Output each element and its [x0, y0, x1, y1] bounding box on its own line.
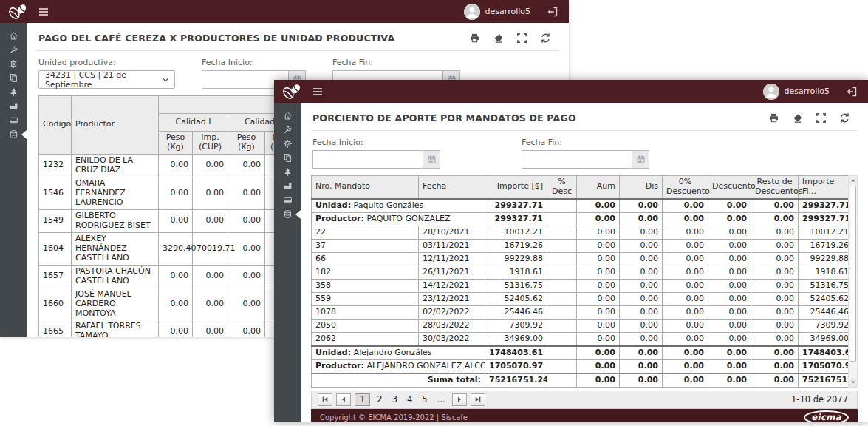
cell: Suma total: — [312, 373, 485, 387]
unidad-select[interactable]: 34231 | CCS | 21 de Septiembre — [38, 70, 175, 89]
cell: 0.00 — [193, 154, 228, 177]
sidebar-item-documents[interactable] — [0, 71, 27, 85]
cell: 0.00 — [620, 266, 663, 279]
print-button[interactable] — [768, 112, 779, 124]
cell: 0.00 — [751, 319, 799, 332]
sidebar-item-settings[interactable] — [0, 57, 27, 71]
cell: 0.00 — [228, 154, 265, 177]
page-number[interactable]: 4 — [404, 394, 415, 405]
clear-button[interactable] — [493, 33, 504, 44]
fecha-inicio-calendar-button[interactable] — [423, 150, 440, 169]
prod-row: Productor: PAQUITO GONZALEZ299327.710.00… — [312, 212, 853, 226]
cell: 14/12/2021 — [419, 279, 485, 292]
scrollbar-thumb[interactable] — [850, 186, 856, 362]
sidebar-item-tools[interactable] — [274, 123, 301, 137]
cell: 1660 — [39, 288, 72, 320]
page-number[interactable]: 3 — [389, 394, 400, 405]
cell: 182 — [312, 266, 419, 279]
cell: 16719.26 — [799, 239, 853, 252]
fullscreen-button[interactable] — [516, 33, 527, 44]
column-header-imp-1[interactable]: Imp. (CUP) — [193, 132, 228, 155]
column-header-codigo[interactable]: Código — [39, 96, 72, 155]
prev-page-icon — [340, 396, 347, 403]
sidebar-item-services[interactable] — [0, 127, 27, 141]
cell: 0.00 — [663, 252, 708, 266]
column-header-fecha[interactable]: Fecha — [419, 176, 485, 199]
cell: JOSÉ MANUEL CARDERO MONTOYA — [72, 288, 159, 320]
column-header-peso-1[interactable]: Peso (Kg) — [159, 132, 193, 155]
logout-icon[interactable] — [547, 6, 558, 18]
cell: 0.00 — [577, 252, 620, 266]
page-number[interactable]: 2 — [374, 394, 385, 405]
first-page-button[interactable] — [318, 393, 332, 406]
fecha-fin-input[interactable] — [522, 150, 632, 169]
column-header-descuento[interactable]: Descuento — [708, 176, 751, 199]
sidebar-item-industry[interactable] — [274, 179, 301, 193]
cell: 0.00 — [663, 373, 708, 387]
column-header-productor[interactable]: Productor — [72, 96, 159, 155]
next-page-button[interactable] — [452, 393, 467, 406]
scroll-down-button[interactable] — [849, 378, 857, 387]
cell: ENILDO DE LA CRUZ DIAZ — [72, 154, 159, 177]
fecha-fin-label: Fecha Fin: — [332, 58, 460, 67]
scrollbar-track[interactable] — [849, 185, 857, 378]
cell: 0.00 — [620, 212, 663, 226]
cell: 0.00 — [663, 359, 708, 373]
column-header-nro-mandato[interactable]: Nro. Mandato — [312, 176, 419, 199]
cell: 0.00 — [620, 226, 663, 239]
sidebar-item-tree[interactable] — [0, 85, 27, 99]
sidebar-item-home[interactable] — [0, 29, 27, 43]
avatar[interactable] — [763, 84, 779, 100]
fecha-fin-calendar-button[interactable] — [632, 150, 649, 169]
column-header-aum[interactable]: Aum — [577, 176, 620, 199]
cell: 0.00 — [159, 288, 193, 320]
cell: 0.00 — [620, 252, 663, 266]
home-icon — [283, 111, 293, 121]
menu-icon[interactable] — [312, 86, 324, 98]
page-number[interactable]: 5 — [419, 394, 430, 405]
refresh-button[interactable] — [839, 112, 850, 124]
sidebar-item-payments[interactable] — [0, 113, 27, 127]
sidebar-item-documents[interactable] — [274, 151, 301, 165]
print-button[interactable] — [469, 33, 480, 44]
unidad-label: Unidad productiva: — [38, 58, 175, 67]
table-row: 1604ALEXEY HERNÁNDEZ CASTELLANO3290.4070… — [39, 232, 299, 265]
cell: 51316.75 — [799, 279, 853, 292]
username[interactable]: desarrollo5 — [785, 87, 830, 96]
cell: 0.00 — [751, 359, 799, 373]
cell: 0.00 — [663, 239, 708, 252]
scroll-up-button[interactable] — [849, 176, 857, 185]
table-row: 1549GILBERTO RODRIGUEZ BISET0.000.000.00 — [39, 209, 299, 232]
sidebar-item-industry[interactable] — [0, 99, 27, 113]
prev-page-button[interactable] — [336, 393, 351, 406]
sidebar-item-settings[interactable] — [274, 137, 301, 151]
clear-button[interactable] — [792, 112, 803, 124]
table-row: 1665RAFAEL TORRES TAMAYO0.000.000.00 — [39, 320, 299, 337]
cell: Productor: ALEJANDRO GONZALEZ ALCOLEA — [312, 359, 485, 373]
column-header-dis[interactable]: Dis — [620, 176, 663, 199]
fecha-inicio-input[interactable] — [312, 150, 423, 169]
page-number-current[interactable]: 1 — [355, 393, 370, 406]
menu-icon[interactable] — [38, 6, 49, 18]
refresh-button[interactable] — [540, 33, 551, 44]
refresh-icon — [839, 112, 850, 124]
username[interactable]: desarrollo5 — [485, 7, 530, 16]
fullscreen-button[interactable] — [816, 112, 827, 124]
column-header-importe-final[interactable]: Importe Fi... — [799, 176, 853, 199]
column-header-peso-2[interactable]: Peso (Kg) — [228, 132, 265, 155]
avatar[interactable] — [464, 4, 480, 20]
cell: 559 — [312, 292, 419, 305]
column-header-pct-desc[interactable]: % Desc — [547, 176, 577, 199]
sidebar-item-payments[interactable] — [274, 193, 301, 207]
column-header-resto-descuentos[interactable]: Resto de Descuentos — [751, 176, 799, 199]
logout-icon[interactable] — [846, 86, 858, 98]
cell: 0.00 — [228, 320, 265, 337]
sidebar-item-tools[interactable] — [0, 43, 27, 57]
vertical-scrollbar[interactable] — [848, 175, 858, 388]
sidebar-item-tree[interactable] — [274, 165, 301, 179]
column-header-0-descuento[interactable]: 0% Descuento — [663, 176, 708, 199]
sidebar-item-services[interactable] — [274, 207, 301, 221]
sidebar-item-home[interactable] — [274, 109, 301, 123]
column-header-importe[interactable]: Importe [$] — [485, 176, 547, 199]
last-page-button[interactable] — [471, 393, 485, 406]
